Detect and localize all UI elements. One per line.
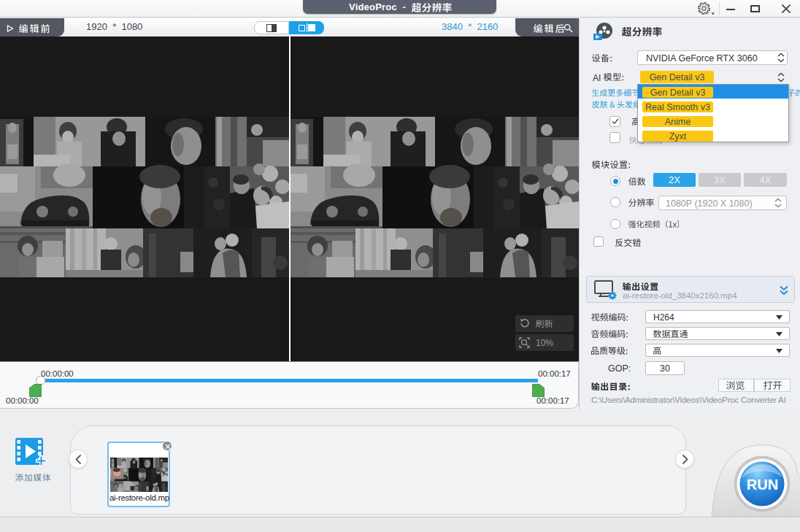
svg-text:RUN: RUN (747, 477, 778, 493)
